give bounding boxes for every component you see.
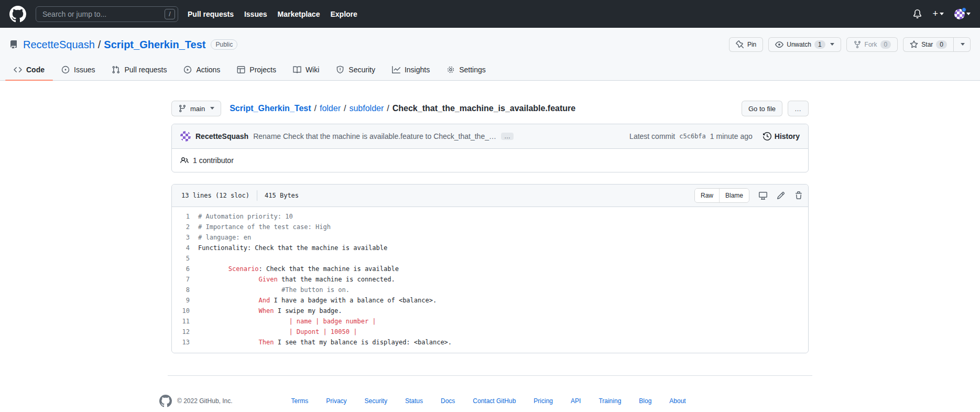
branch-selector-button[interactable]: main [171, 101, 221, 116]
github-logo-icon[interactable] [9, 6, 26, 23]
repo-owner-link[interactable]: RecetteSquash [23, 39, 95, 51]
footer-link[interactable]: Blog [639, 397, 651, 405]
line-number[interactable]: 10 [172, 306, 198, 316]
tab-pull-requests[interactable]: Pull requests [103, 59, 175, 80]
code-line: 6 Scenario: Check that the machine is av… [172, 264, 808, 274]
navbar-link[interactable]: Pull requests [188, 10, 234, 18]
user-menu-button[interactable] [954, 9, 971, 19]
footer-link[interactable]: API [571, 397, 581, 405]
more-options-button[interactable]: … [788, 101, 809, 116]
code-text: Then I see that my balance is displayed:… [198, 337, 452, 348]
navbar-link[interactable]: Marketplace [278, 10, 320, 18]
line-number[interactable]: 12 [172, 327, 198, 337]
commit-expand-button[interactable]: … [501, 133, 514, 140]
visibility-badge: Public [211, 39, 237, 50]
line-number[interactable]: 6 [172, 264, 198, 274]
history-button[interactable]: History [763, 132, 800, 140]
raw-button[interactable]: Raw [695, 189, 719, 202]
tab-insights[interactable]: Insights [384, 59, 438, 80]
tab-issues[interactable]: Issues [53, 59, 103, 80]
repo-title: RecetteSquash / Script_Gherkin_Test [23, 39, 205, 51]
tab-settings[interactable]: Settings [438, 59, 494, 80]
code-line: 7 Given that the machine is connected. [172, 274, 808, 285]
branch-name: main [190, 105, 205, 113]
tab-code[interactable]: Code [5, 59, 53, 80]
tab-wiki[interactable]: Wiki [285, 59, 328, 80]
code-line: 10 When I swipe my badge. [172, 306, 808, 316]
footer-link[interactable]: Training [598, 397, 621, 405]
fork-button[interactable]: Fork 0 [846, 37, 898, 52]
contributors-row: 1 contributor [172, 149, 808, 172]
commit-author-avatar[interactable] [180, 131, 191, 142]
tab-projects[interactable]: Projects [228, 59, 285, 80]
tab-actions[interactable]: Actions [175, 59, 228, 80]
commit-author-link[interactable]: RecetteSquash [195, 132, 248, 140]
line-number[interactable]: 11 [172, 316, 198, 327]
contributors-link[interactable]: 1 contributor [193, 156, 234, 165]
line-number[interactable]: 4 [172, 243, 198, 253]
unwatch-button[interactable]: Unwatch 1 [768, 37, 841, 52]
plus-icon: + [932, 8, 938, 19]
tab-label: Code [26, 66, 45, 74]
footer-link[interactable]: Contact GitHub [473, 397, 516, 405]
line-number[interactable]: 9 [172, 295, 198, 306]
footer-link[interactable]: Status [405, 397, 423, 405]
git-branch-icon [178, 104, 187, 113]
code-text: # Importance of the test case: High [198, 222, 331, 232]
breadcrumb-folder-link[interactable]: folder [320, 104, 341, 113]
pin-label: Pin [747, 41, 756, 48]
code-line: 1# Automation priority: 10 [172, 211, 808, 222]
breadcrumb-separator: / [314, 104, 317, 113]
notifications-bell-icon[interactable] [913, 9, 922, 18]
copyright-text: © 2022 GitHub, Inc. [177, 397, 233, 405]
search-input[interactable] [36, 6, 178, 22]
repo-book-icon [9, 40, 18, 49]
pin-button[interactable]: Pin [729, 37, 763, 52]
delete-file-button[interactable] [794, 191, 803, 200]
file-header: 13 lines (12 sloc) 415 Bytes Raw Blame [172, 185, 808, 207]
code-line: 5 [172, 253, 808, 264]
line-number[interactable]: 1 [172, 211, 198, 222]
star-count: 0 [936, 40, 947, 49]
gear-icon [447, 66, 455, 74]
go-to-file-button[interactable]: Go to file [742, 101, 782, 116]
line-number[interactable]: 8 [172, 285, 198, 295]
slash-key-hint: / [165, 9, 175, 19]
footer-link[interactable]: Security [365, 397, 387, 405]
play-icon [183, 66, 192, 74]
edit-file-button[interactable] [777, 191, 785, 200]
breadcrumb-subfolder-link[interactable]: subfolder [349, 104, 384, 113]
footer-link[interactable]: Privacy [326, 397, 346, 405]
trash-icon [794, 191, 803, 200]
footer-link[interactable]: Pricing [533, 397, 553, 405]
navbar-link[interactable]: Issues [244, 10, 267, 18]
footer-links: TermsPrivacySecurityStatusDocsContact Gi… [291, 397, 686, 405]
github-footer-logo-icon[interactable] [159, 395, 172, 407]
create-new-button[interactable]: + [932, 8, 944, 19]
latest-commit-box: RecetteSquash Rename Check that the mach… [171, 124, 809, 172]
line-number[interactable]: 3 [172, 232, 198, 243]
open-desktop-button[interactable] [759, 191, 767, 200]
chevron-down-icon [966, 13, 971, 17]
line-number[interactable]: 5 [172, 253, 198, 264]
chevron-down-icon [210, 107, 214, 112]
chevron-down-icon [961, 43, 965, 48]
blame-button[interactable]: Blame [719, 189, 749, 202]
footer-link[interactable]: Terms [291, 397, 309, 405]
commit-message-link[interactable]: Rename Check that the machine is availab… [253, 132, 496, 140]
pencil-icon [777, 191, 785, 200]
line-number[interactable]: 7 [172, 274, 198, 285]
code-text: # language: en [198, 232, 251, 243]
star-button[interactable]: Star 0 [903, 37, 954, 52]
navbar-link[interactable]: Explore [330, 10, 357, 18]
line-number[interactable]: 13 [172, 337, 198, 348]
tab-security[interactable]: Security [328, 59, 384, 80]
repo-name-link[interactable]: Script_Gherkin_Test [104, 39, 205, 51]
footer-link[interactable]: About [669, 397, 685, 405]
footer-link[interactable]: Docs [441, 397, 455, 405]
code-text: Given that the machine is connected. [198, 274, 395, 285]
line-number[interactable]: 2 [172, 222, 198, 232]
breadcrumb-repo-link[interactable]: Script_Gherkin_Test [230, 104, 311, 113]
star-dropdown-button[interactable] [954, 37, 971, 52]
commit-hash-link[interactable]: c5c6bfa [679, 133, 706, 140]
